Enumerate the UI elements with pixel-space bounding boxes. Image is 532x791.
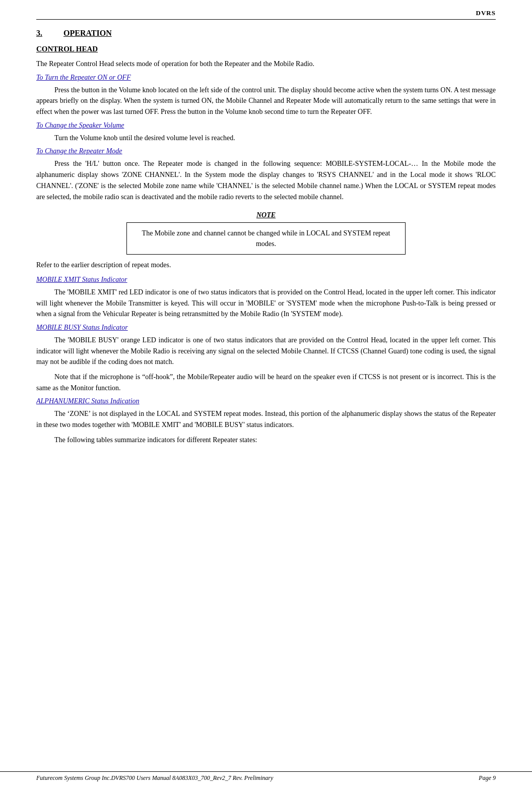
speaker-volume-link[interactable]: To Change the Speaker Volume <box>36 121 496 130</box>
section-number: 3. <box>36 29 54 38</box>
section-title: OPERATION <box>63 29 112 38</box>
alphanumeric-body1: The ‘ZONE’ is not displayed in the LOCAL… <box>36 408 496 430</box>
mobile-busy-section: MOBILE BUSY Status Indicator The 'MOBILE… <box>36 324 496 393</box>
turn-on-off-body: Press the button in the Volume knob loca… <box>36 85 496 117</box>
mobile-busy-link[interactable]: MOBILE BUSY Status Indicator <box>36 324 496 332</box>
footer-left: Futurecom Systems Group Inc.DVRS700 User… <box>36 774 273 782</box>
alphanumeric-body2: The following tables summarize indicator… <box>36 435 496 446</box>
turn-on-off-link[interactable]: To Turn the Repeater ON or OFF <box>36 74 496 82</box>
control-head-title: CONTROL HEAD <box>36 45 496 53</box>
control-head-section: CONTROL HEAD The Repeater Control Head s… <box>36 45 496 202</box>
control-head-intro: The Repeater Control Head selects mode o… <box>36 58 496 70</box>
alphanumeric-section: ALPHANUMERIC Status Indication The ‘ZONE… <box>36 397 496 445</box>
footer-bar: Futurecom Systems Group Inc.DVRS700 User… <box>0 771 532 782</box>
section-heading: 3. OPERATION <box>36 29 496 38</box>
speaker-volume-body: Turn the Volume knob until the desired v… <box>36 133 496 144</box>
header-title: DVRS <box>476 9 496 17</box>
mobile-xmit-body: The 'MOBILE XMIT' red LED indicator is o… <box>36 287 496 320</box>
note-line2: modes. <box>256 240 276 248</box>
note-label: NOTE <box>36 211 496 219</box>
refer-text: Refer to the earlier description of repe… <box>36 260 496 271</box>
repeater-mode-body: Press the 'H/L' button once. The Repeate… <box>36 158 496 202</box>
mobile-busy-body1: The 'MOBILE BUSY' orange LED indicator i… <box>36 335 496 368</box>
repeater-mode-link[interactable]: To Change the Repeater Mode <box>36 147 496 155</box>
alphanumeric-link[interactable]: ALPHANUMERIC Status Indication <box>36 397 496 405</box>
mobile-busy-body2: Note that if the microphone is “off-hook… <box>36 372 496 393</box>
note-line1: The Mobile zone and channel cannot be ch… <box>142 229 390 237</box>
header-bar: DVRS <box>36 9 496 20</box>
mobile-xmit-link[interactable]: MOBILE XMIT Status Indicator <box>36 276 496 284</box>
note-box: The Mobile zone and channel cannot be ch… <box>126 222 406 255</box>
mobile-xmit-section: MOBILE XMIT Status Indicator The 'MOBILE… <box>36 276 496 320</box>
note-section: NOTE The Mobile zone and channel cannot … <box>36 211 496 255</box>
footer-right: Page 9 <box>479 774 496 782</box>
